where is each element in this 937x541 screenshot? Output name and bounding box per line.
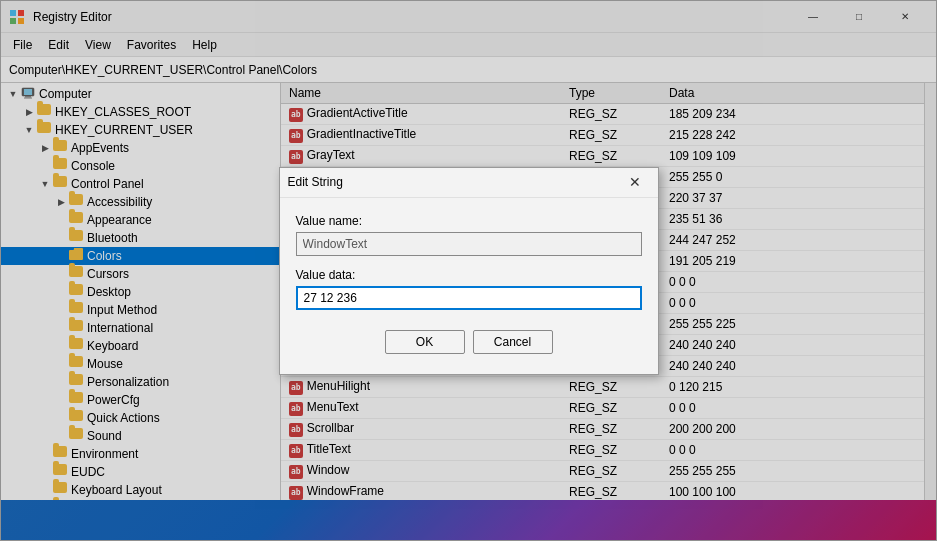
dialog-title: Edit String — [288, 175, 620, 189]
edit-string-dialog: Edit String ✕ Value name: Value data: OK… — [279, 167, 659, 375]
dialog-close-button[interactable]: ✕ — [620, 167, 650, 197]
value-name-input[interactable] — [296, 232, 642, 256]
main-window: Registry Editor — □ ✕ File Edit View Fav… — [0, 0, 937, 541]
dialog-overlay: Edit String ✕ Value name: Value data: OK… — [0, 0, 937, 541]
ok-button[interactable]: OK — [385, 330, 465, 354]
dialog-body: Value name: Value data: OK Cancel — [280, 198, 658, 374]
value-data-input[interactable] — [296, 286, 642, 310]
dialog-titlebar: Edit String ✕ — [280, 168, 658, 198]
value-data-label: Value data: — [296, 268, 642, 282]
dialog-buttons: OK Cancel — [296, 322, 642, 358]
cancel-button[interactable]: Cancel — [473, 330, 553, 354]
value-name-label: Value name: — [296, 214, 642, 228]
